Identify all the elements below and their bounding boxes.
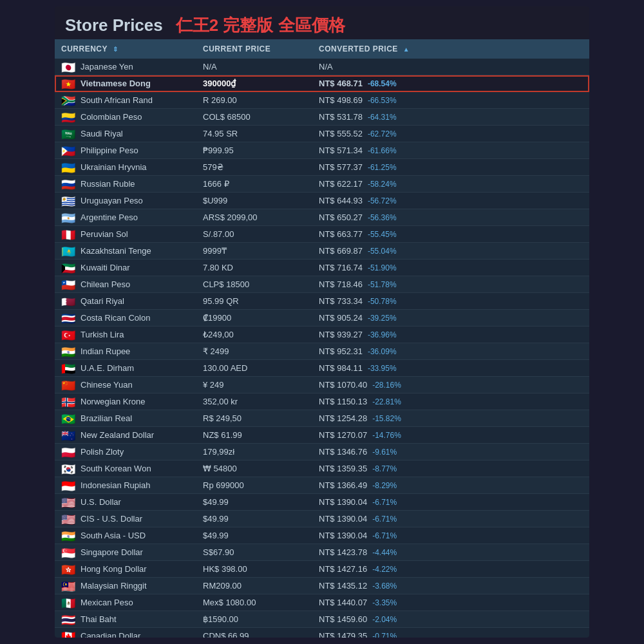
discount-value: -61.25%	[363, 163, 397, 172]
converted-price-value: NT$ 577.37	[319, 162, 363, 172]
table-row: 🇮🇳South Asia - USD$49.99NT$ 1390.04-6.71…	[55, 527, 589, 544]
table-row: 🇿🇦South African RandR 269.00NT$ 498.69-6…	[55, 92, 589, 109]
discount-value: -55.45%	[363, 230, 397, 239]
discount-value: -3.68%	[367, 582, 397, 591]
converted-price-cell: NT$ 1390.04-6.71%	[312, 511, 589, 527]
converted-price-cell: NT$ 577.37-61.25%	[312, 159, 589, 176]
current-price-cell: CDN$ 66.99	[196, 628, 312, 638]
converted-price-column-header[interactable]: CONVERTED PRICE ▲	[312, 39, 589, 59]
currency-cell: 🇨🇱Chilean Peso	[55, 276, 196, 293]
discount-value: -56.72%	[363, 196, 397, 205]
converted-price-value: NT$ 498.69	[319, 95, 363, 105]
table-row: 🇦🇷Argentine PesoARS$ 2099,00NT$ 650.27-5…	[55, 209, 589, 226]
currency-name: Saudi Riyal	[80, 129, 123, 138]
converted-price-cell: NT$ 663.77-55.45%	[312, 226, 589, 243]
flag-icon: 🇹🇭	[61, 614, 75, 624]
flag-icon: 🇰🇷	[61, 464, 75, 473]
currency-cell: 🇲🇾Malaysian Ringgit	[55, 578, 196, 594]
discount-value: -3.35%	[367, 598, 397, 607]
flag-icon: 🇶🇦	[61, 296, 75, 306]
discount-value: -56.36%	[363, 213, 397, 222]
flag-icon: 🇺🇸	[61, 514, 75, 524]
currency-cell: 🇨🇴Colombian Peso	[55, 109, 196, 126]
currency-cell: 🇮🇳Indian Rupee	[55, 343, 196, 360]
table-row: 🇨🇦Canadian DollarCDN$ 66.99NT$ 1479.35-0…	[55, 628, 589, 638]
converted-price-value: NT$ 1435.12	[319, 581, 367, 591]
discount-value: -58.24%	[363, 180, 397, 189]
currency-name: Philippine Peso	[80, 146, 138, 155]
current-price-column-header[interactable]: CURRENT PRICE	[196, 39, 312, 59]
flag-icon: 🇳🇴	[61, 397, 75, 406]
converted-price-value: NT$ 531.78	[319, 112, 363, 122]
flag-icon: 🇯🇵	[61, 62, 75, 71]
table-row: 🇸🇦Saudi Riyal74.95 SRNT$ 555.52-62.72%	[55, 126, 589, 142]
currency-cell: 🇰🇷South Korean Won	[55, 460, 196, 477]
converted-price-cell: NT$ 1346.76-9.61%	[312, 444, 589, 460]
flag-icon: 🇵🇪	[61, 229, 75, 239]
currency-cell: 🇶🇦Qatari Riyal	[55, 293, 196, 310]
converted-price-cell: NT$ 650.27-56.36%	[312, 209, 589, 226]
discount-value: -8.77%	[367, 464, 397, 473]
discount-value: -39.25%	[363, 314, 397, 323]
table-row: 🇨🇳Chinese Yuan¥ 249NT$ 1070.40-28.16%	[55, 377, 589, 393]
converted-price-cell: NT$ 468.71-68.54%	[312, 75, 589, 92]
current-price-cell: COL$ 68500	[196, 109, 312, 126]
converted-price-value: NT$ 733.34	[319, 296, 363, 306]
table-row: 🇲🇽Mexican PesoMex$ 1080.00NT$ 1440.07-3.…	[55, 594, 589, 611]
currency-cell: 🇵🇪Peruvian Sol	[55, 226, 196, 243]
currency-cell: 🇻🇳Vietnamese Dong	[55, 75, 196, 92]
current-price-cell: $49.99	[196, 511, 312, 527]
converted-price-cell: NT$ 571.34-61.66%	[312, 142, 589, 159]
converted-price-cell: NT$ 952.31-36.09%	[312, 343, 589, 360]
converted-price-value: NT$ 718.46	[319, 279, 363, 289]
converted-price-cell: NT$ 1435.12-3.68%	[312, 578, 589, 594]
flag-icon: 🇿🇦	[61, 95, 75, 105]
currency-name: Canadian Dollar	[80, 631, 140, 638]
converted-price-value: N/A	[319, 62, 333, 71]
current-price-cell: R$ 249,50	[196, 410, 312, 427]
flag-icon: 🇻🇳	[61, 79, 75, 88]
current-price-cell: ₱999.95	[196, 142, 312, 159]
currency-column-header[interactable]: CURRENCY ⇕	[55, 39, 196, 59]
currency-cell: 🇨🇳Chinese Yuan	[55, 377, 196, 393]
converted-price-cell: NT$ 1070.40-28.16%	[312, 377, 589, 393]
table-row: 🇺🇾Uruguayan Peso$U999NT$ 644.93-56.72%	[55, 193, 589, 209]
table-row: 🇺🇸CIS - U.S. Dollar$49.99NT$ 1390.04-6.7…	[55, 511, 589, 527]
current-price-cell: $49.99	[196, 494, 312, 511]
flag-icon: 🇨🇱	[61, 279, 75, 289]
currency-name: Kuwaiti Dinar	[80, 263, 130, 272]
currency-name: Ukrainian Hryvnia	[80, 162, 147, 172]
currency-name: Chinese Yuan	[80, 380, 133, 390]
table-row: 🇨🇱Chilean PesoCLP$ 18500NT$ 718.46-51.78…	[55, 276, 589, 293]
currency-name: Argentine Peso	[80, 213, 138, 222]
converted-price-value: NT$ 1390.04	[319, 531, 367, 540]
table-row: 🇳🇿New Zealand DollarNZ$ 61.99NT$ 1270.07…	[55, 427, 589, 444]
converted-price-cell: NT$ 1479.35-0.71%	[312, 628, 589, 638]
flag-icon: 🇸🇦	[61, 129, 75, 138]
discount-value: -15.82%	[367, 414, 401, 423]
table-row: 🇷🇺Russian Ruble1666 ₽NT$ 622.17-58.24%	[55, 176, 589, 193]
currency-cell: 🇭🇰Hong Kong Dollar	[55, 561, 196, 578]
currency-name: Costa Rican Colon	[80, 313, 150, 323]
current-price-cell: ARS$ 2099,00	[196, 209, 312, 226]
converted-price-cell: NT$ 531.78-64.31%	[312, 109, 589, 126]
current-price-cell: 390000₫	[196, 75, 312, 92]
flag-icon: 🇮🇳	[61, 531, 75, 540]
flag-icon: 🇺🇾	[61, 196, 75, 205]
converted-price-value: NT$ 1459.60	[319, 614, 367, 624]
converted-price-value: NT$ 1070.40	[319, 380, 367, 390]
main-container: Store Prices 仁王2 完整版 全區價格 ARES PRICING C…	[55, 6, 589, 638]
table-row: 🇰🇷South Korean Won₩ 54800NT$ 1359.35-8.7…	[55, 460, 589, 477]
discount-value: -61.66%	[363, 146, 397, 155]
table-row: 🇰🇼Kuwaiti Dinar7.80 KDNT$ 716.74-51.90%	[55, 260, 589, 276]
flag-icon: 🇦🇷	[61, 213, 75, 222]
table-row: 🇶🇦Qatari Riyal95.99 QRNT$ 733.34-50.78%	[55, 293, 589, 310]
converted-price-cell: NT$ 1459.60-2.04%	[312, 611, 589, 628]
converted-price-cell: NT$ 622.17-58.24%	[312, 176, 589, 193]
current-price-cell: ¥ 249	[196, 377, 312, 393]
flag-icon: 🇭🇰	[61, 564, 75, 574]
currency-cell: 🇵🇱Polish Zloty	[55, 444, 196, 460]
converted-price-cell: NT$ 1254.28-15.82%	[312, 410, 589, 427]
currency-cell: 🇲🇽Mexican Peso	[55, 594, 196, 611]
current-price-cell: S$67.90	[196, 544, 312, 561]
